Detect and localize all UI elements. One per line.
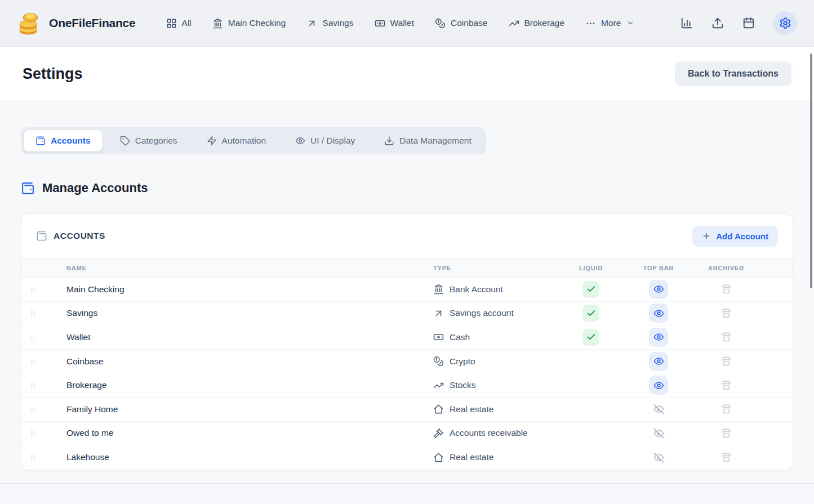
page-header: Settings Back to Transactions [0,47,814,101]
nav-item-coinbase[interactable]: Coinbase [435,18,488,29]
archive-button[interactable] [721,284,732,295]
liquid-check-icon[interactable] [582,329,599,346]
eye-visible-toggle[interactable] [649,352,668,371]
archive-button[interactable] [721,356,732,367]
eye-visible-toggle[interactable] [649,280,668,299]
eye-off-toggle[interactable] [653,428,664,439]
coins-logo-icon [17,10,43,36]
topbar-cell [625,452,692,463]
account-nav: AllMain CheckingSavingsWalletCoinbaseBro… [166,18,635,29]
tab-categories[interactable]: Categories [108,130,189,151]
account-type: Real estate [433,452,557,463]
archived-cell [692,452,760,463]
grid-icon [166,18,177,29]
settings-tabs: AccountsCategoriesAutomationUI / Display… [21,127,486,154]
column-header-name: NAME [66,265,433,271]
nav-item-savings[interactable]: Savings [306,18,353,29]
account-row-wallet: WalletCash [21,325,793,350]
liquid-check-icon[interactable] [582,305,599,322]
column-header-type: TYPE [433,265,557,271]
account-row-owed-to-me: Owed to meAccounts receivable [21,422,793,446]
topbar-cell [625,304,692,323]
scrollbar-thumb[interactable] [810,53,812,288]
account-type: Crypto [433,356,557,367]
nav-item-label: Savings [322,18,353,28]
account-name: Family Home [66,404,433,414]
arrow-up-right-icon [306,18,317,29]
drag-handle-icon[interactable] [21,381,66,390]
reports-chart-button[interactable] [680,17,693,29]
tab-data-management[interactable]: Data Management [372,130,483,151]
liquid-check-icon[interactable] [582,281,599,298]
section-heading: Manage Accounts [42,181,148,195]
arrow-up-right-icon [433,308,444,319]
bank-icon [212,18,223,29]
account-type-label: Stocks [450,380,476,390]
back-to-transactions-button[interactable]: Back to Transactions [675,61,791,86]
settings-content: AccountsCategoriesAutomationUI / Display… [0,101,814,470]
nav-item-all[interactable]: All [166,18,192,29]
drag-handle-icon[interactable] [21,284,66,294]
drag-handle-icon[interactable] [21,309,66,318]
archive-button[interactable] [721,428,732,439]
settings-button[interactable] [773,11,797,35]
archive-button[interactable] [721,332,732,342]
nav-item-brokerage[interactable]: Brokerage [509,18,565,29]
accounts-card-title: ACCOUNTS [36,230,105,242]
tab-accounts[interactable]: Accounts [24,130,103,151]
archived-cell [692,428,760,439]
drag-handle-icon[interactable] [21,356,66,366]
account-row-coinbase: CoinbaseCrypto [21,350,793,374]
table-header-row: NAME TYPE LIQUID TOP BAR ARCHIVED [21,258,793,278]
drag-handle-icon[interactable] [21,429,66,438]
nav-item-wallet[interactable]: Wallet [375,18,415,29]
archive-button[interactable] [721,380,732,391]
nav-item-more[interactable]: More [585,18,634,29]
account-name: Savings [66,308,433,318]
wallet-icon [35,136,46,146]
drag-handle-icon[interactable] [21,404,66,414]
account-name: Lakehouse [66,452,433,462]
export-upload-button[interactable] [711,17,724,29]
tab-ui-display[interactable]: UI / Display [283,130,367,151]
archive-button[interactable] [721,404,732,414]
top-navigation-bar: OneFileFinance AllMain CheckingSavingsWa… [0,0,814,47]
account-type-label: Accounts receivable [450,428,528,438]
account-type: Savings account [433,308,557,319]
add-account-button[interactable]: Add Account [692,226,778,247]
eye-visible-toggle[interactable] [649,376,668,395]
archived-cell [692,356,760,367]
gear-icon [779,17,791,29]
account-name: Wallet [66,332,433,342]
archived-cell [692,380,760,391]
account-type: Cash [433,332,557,342]
drag-handle-icon[interactable] [21,332,66,342]
eye-off-toggle[interactable] [653,452,664,463]
account-row-main-checking: Main CheckingBank Account [21,278,793,302]
account-type: Stocks [433,380,557,391]
liquid-cell [557,329,625,346]
upload-icon [711,17,724,29]
account-row-savings: SavingsSavings account [21,302,793,326]
page-title: Settings [23,65,83,83]
account-row-family-home: Family HomeReal estate [21,398,793,422]
eye-visible-toggle[interactable] [649,328,668,347]
archive-button[interactable] [721,452,732,463]
nav-item-main-checking[interactable]: Main Checking [212,18,286,29]
eye-visible-toggle[interactable] [649,304,668,323]
topbar-cell [625,280,692,299]
home-icon [433,404,444,414]
archive-button[interactable] [721,308,732,319]
trending-up-icon [509,18,519,29]
eye-off-toggle[interactable] [653,404,664,414]
accounts-card: ACCOUNTS Add Account NAME TYPE LIQUID TO… [21,213,793,470]
calendar-button[interactable] [742,17,755,29]
account-type-label: Bank Account [450,284,503,295]
account-row-brokerage: BrokerageStocks [21,373,793,398]
drag-handle-icon[interactable] [21,453,66,462]
liquid-cell [557,305,625,322]
gavel-icon [433,428,444,439]
app-logo[interactable]: OneFileFinance [17,10,136,36]
archived-cell [692,284,760,295]
tab-automation[interactable]: Automation [195,130,278,151]
